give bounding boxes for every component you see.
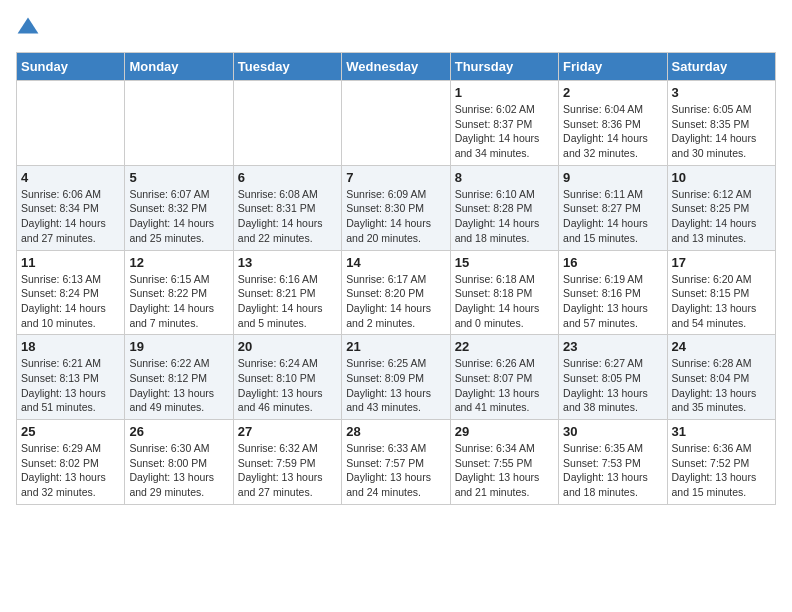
- svg-marker-0: [18, 18, 39, 34]
- calendar-cell: 28Sunrise: 6:33 AM Sunset: 7:57 PM Dayli…: [342, 420, 450, 505]
- day-number: 5: [129, 170, 228, 185]
- day-number: 20: [238, 339, 337, 354]
- day-info: Sunrise: 6:04 AM Sunset: 8:36 PM Dayligh…: [563, 102, 662, 161]
- header-friday: Friday: [559, 53, 667, 81]
- calendar-cell: 11Sunrise: 6:13 AM Sunset: 8:24 PM Dayli…: [17, 250, 125, 335]
- calendar-cell: [17, 81, 125, 166]
- calendar-cell: 26Sunrise: 6:30 AM Sunset: 8:00 PM Dayli…: [125, 420, 233, 505]
- day-number: 24: [672, 339, 771, 354]
- day-info: Sunrise: 6:12 AM Sunset: 8:25 PM Dayligh…: [672, 187, 771, 246]
- day-info: Sunrise: 6:17 AM Sunset: 8:20 PM Dayligh…: [346, 272, 445, 331]
- calendar-cell: 17Sunrise: 6:20 AM Sunset: 8:15 PM Dayli…: [667, 250, 775, 335]
- day-info: Sunrise: 6:30 AM Sunset: 8:00 PM Dayligh…: [129, 441, 228, 500]
- calendar-cell: 19Sunrise: 6:22 AM Sunset: 8:12 PM Dayli…: [125, 335, 233, 420]
- calendar-cell: 5Sunrise: 6:07 AM Sunset: 8:32 PM Daylig…: [125, 165, 233, 250]
- day-number: 11: [21, 255, 120, 270]
- header-saturday: Saturday: [667, 53, 775, 81]
- day-number: 25: [21, 424, 120, 439]
- calendar-cell: 9Sunrise: 6:11 AM Sunset: 8:27 PM Daylig…: [559, 165, 667, 250]
- day-number: 8: [455, 170, 554, 185]
- calendar-cell: 2Sunrise: 6:04 AM Sunset: 8:36 PM Daylig…: [559, 81, 667, 166]
- calendar-cell: 29Sunrise: 6:34 AM Sunset: 7:55 PM Dayli…: [450, 420, 558, 505]
- day-info: Sunrise: 6:19 AM Sunset: 8:16 PM Dayligh…: [563, 272, 662, 331]
- day-number: 15: [455, 255, 554, 270]
- day-info: Sunrise: 6:27 AM Sunset: 8:05 PM Dayligh…: [563, 356, 662, 415]
- calendar-week-1: 1Sunrise: 6:02 AM Sunset: 8:37 PM Daylig…: [17, 81, 776, 166]
- day-number: 30: [563, 424, 662, 439]
- day-info: Sunrise: 6:32 AM Sunset: 7:59 PM Dayligh…: [238, 441, 337, 500]
- day-number: 28: [346, 424, 445, 439]
- day-number: 17: [672, 255, 771, 270]
- calendar-cell: 21Sunrise: 6:25 AM Sunset: 8:09 PM Dayli…: [342, 335, 450, 420]
- day-info: Sunrise: 6:15 AM Sunset: 8:22 PM Dayligh…: [129, 272, 228, 331]
- calendar-cell: 30Sunrise: 6:35 AM Sunset: 7:53 PM Dayli…: [559, 420, 667, 505]
- calendar-week-3: 11Sunrise: 6:13 AM Sunset: 8:24 PM Dayli…: [17, 250, 776, 335]
- day-info: Sunrise: 6:11 AM Sunset: 8:27 PM Dayligh…: [563, 187, 662, 246]
- day-number: 31: [672, 424, 771, 439]
- calendar-cell: 14Sunrise: 6:17 AM Sunset: 8:20 PM Dayli…: [342, 250, 450, 335]
- day-info: Sunrise: 6:06 AM Sunset: 8:34 PM Dayligh…: [21, 187, 120, 246]
- day-info: Sunrise: 6:21 AM Sunset: 8:13 PM Dayligh…: [21, 356, 120, 415]
- day-info: Sunrise: 6:22 AM Sunset: 8:12 PM Dayligh…: [129, 356, 228, 415]
- day-number: 27: [238, 424, 337, 439]
- day-info: Sunrise: 6:05 AM Sunset: 8:35 PM Dayligh…: [672, 102, 771, 161]
- calendar-cell: 23Sunrise: 6:27 AM Sunset: 8:05 PM Dayli…: [559, 335, 667, 420]
- day-number: 23: [563, 339, 662, 354]
- day-number: 26: [129, 424, 228, 439]
- calendar-week-5: 25Sunrise: 6:29 AM Sunset: 8:02 PM Dayli…: [17, 420, 776, 505]
- day-number: 22: [455, 339, 554, 354]
- header-thursday: Thursday: [450, 53, 558, 81]
- day-number: 21: [346, 339, 445, 354]
- calendar-cell: [342, 81, 450, 166]
- day-info: Sunrise: 6:20 AM Sunset: 8:15 PM Dayligh…: [672, 272, 771, 331]
- day-info: Sunrise: 6:18 AM Sunset: 8:18 PM Dayligh…: [455, 272, 554, 331]
- day-number: 1: [455, 85, 554, 100]
- day-number: 2: [563, 85, 662, 100]
- header-wednesday: Wednesday: [342, 53, 450, 81]
- calendar-cell: 27Sunrise: 6:32 AM Sunset: 7:59 PM Dayli…: [233, 420, 341, 505]
- day-number: 10: [672, 170, 771, 185]
- day-info: Sunrise: 6:13 AM Sunset: 8:24 PM Dayligh…: [21, 272, 120, 331]
- calendar-cell: 20Sunrise: 6:24 AM Sunset: 8:10 PM Dayli…: [233, 335, 341, 420]
- calendar-cell: 10Sunrise: 6:12 AM Sunset: 8:25 PM Dayli…: [667, 165, 775, 250]
- day-info: Sunrise: 6:29 AM Sunset: 8:02 PM Dayligh…: [21, 441, 120, 500]
- calendar-cell: 31Sunrise: 6:36 AM Sunset: 7:52 PM Dayli…: [667, 420, 775, 505]
- calendar-week-4: 18Sunrise: 6:21 AM Sunset: 8:13 PM Dayli…: [17, 335, 776, 420]
- day-info: Sunrise: 6:36 AM Sunset: 7:52 PM Dayligh…: [672, 441, 771, 500]
- day-number: 9: [563, 170, 662, 185]
- calendar-cell: 4Sunrise: 6:06 AM Sunset: 8:34 PM Daylig…: [17, 165, 125, 250]
- day-number: 7: [346, 170, 445, 185]
- calendar-cell: 7Sunrise: 6:09 AM Sunset: 8:30 PM Daylig…: [342, 165, 450, 250]
- calendar-cell: 3Sunrise: 6:05 AM Sunset: 8:35 PM Daylig…: [667, 81, 775, 166]
- calendar-week-2: 4Sunrise: 6:06 AM Sunset: 8:34 PM Daylig…: [17, 165, 776, 250]
- day-info: Sunrise: 6:10 AM Sunset: 8:28 PM Dayligh…: [455, 187, 554, 246]
- calendar-cell: 8Sunrise: 6:10 AM Sunset: 8:28 PM Daylig…: [450, 165, 558, 250]
- calendar-cell: 22Sunrise: 6:26 AM Sunset: 8:07 PM Dayli…: [450, 335, 558, 420]
- header-tuesday: Tuesday: [233, 53, 341, 81]
- day-info: Sunrise: 6:02 AM Sunset: 8:37 PM Dayligh…: [455, 102, 554, 161]
- day-info: Sunrise: 6:16 AM Sunset: 8:21 PM Dayligh…: [238, 272, 337, 331]
- day-number: 4: [21, 170, 120, 185]
- day-number: 13: [238, 255, 337, 270]
- day-number: 29: [455, 424, 554, 439]
- logo: [16, 16, 44, 40]
- day-info: Sunrise: 6:08 AM Sunset: 8:31 PM Dayligh…: [238, 187, 337, 246]
- calendar-cell: 18Sunrise: 6:21 AM Sunset: 8:13 PM Dayli…: [17, 335, 125, 420]
- calendar-cell: 25Sunrise: 6:29 AM Sunset: 8:02 PM Dayli…: [17, 420, 125, 505]
- calendar-cell: 16Sunrise: 6:19 AM Sunset: 8:16 PM Dayli…: [559, 250, 667, 335]
- day-info: Sunrise: 6:34 AM Sunset: 7:55 PM Dayligh…: [455, 441, 554, 500]
- day-number: 14: [346, 255, 445, 270]
- page-header: [16, 16, 776, 40]
- day-info: Sunrise: 6:24 AM Sunset: 8:10 PM Dayligh…: [238, 356, 337, 415]
- day-info: Sunrise: 6:28 AM Sunset: 8:04 PM Dayligh…: [672, 356, 771, 415]
- day-number: 16: [563, 255, 662, 270]
- calendar-table: SundayMondayTuesdayWednesdayThursdayFrid…: [16, 52, 776, 505]
- calendar-cell: 15Sunrise: 6:18 AM Sunset: 8:18 PM Dayli…: [450, 250, 558, 335]
- calendar-header-row: SundayMondayTuesdayWednesdayThursdayFrid…: [17, 53, 776, 81]
- header-sunday: Sunday: [17, 53, 125, 81]
- calendar-cell: [125, 81, 233, 166]
- day-info: Sunrise: 6:33 AM Sunset: 7:57 PM Dayligh…: [346, 441, 445, 500]
- calendar-cell: [233, 81, 341, 166]
- day-number: 3: [672, 85, 771, 100]
- day-number: 18: [21, 339, 120, 354]
